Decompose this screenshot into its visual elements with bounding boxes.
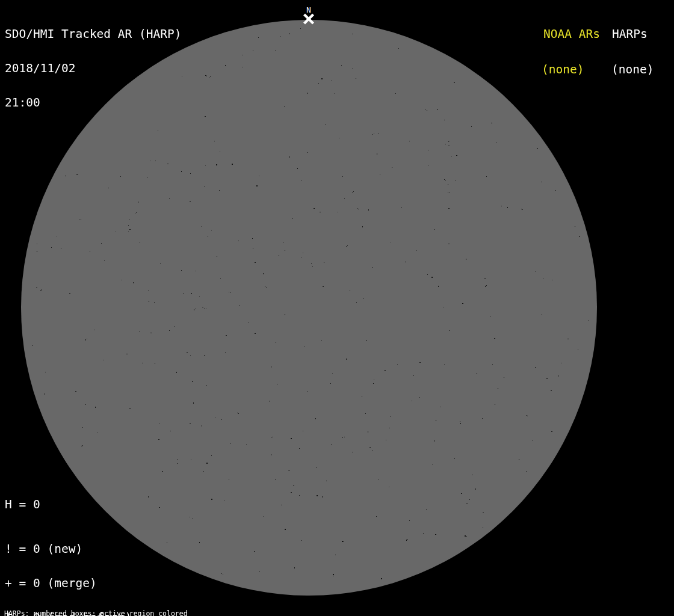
observation-time: 21:00 (5, 97, 182, 108)
noaa-ars-label: NOAA ARs (543, 28, 600, 40)
harps-value: (none) (611, 64, 654, 76)
page-title: SDO/HMI Tracked AR (HARP) (5, 28, 182, 40)
harps-label: HARPs (612, 28, 654, 40)
harps-counter: HARPs (none) (611, 5, 654, 99)
noaa-ars-value: (none) (542, 64, 600, 76)
north-pole-cross-icon (303, 13, 315, 25)
observation-date: 2018/11/02 (5, 63, 182, 74)
footnote-harps: HARPs: numbered boxes; active region col… (4, 610, 246, 616)
noaa-ars-counter: NOAA ARs (none) (542, 5, 600, 99)
footnotes: HARPs: numbered boxes; active region col… (4, 596, 246, 616)
title-block: SDO/HMI Tracked AR (HARP) 2018/11/02 21:… (5, 5, 182, 131)
harp-count: H = 0 (5, 499, 40, 511)
harp-tracking-image: SDO/HMI Tracked AR (HARP) 2018/11/02 21:… (0, 0, 674, 616)
legend-item-merge: + = 0 (merge) (5, 578, 139, 589)
legend-item-new: ! = 0 (new) (5, 543, 139, 555)
